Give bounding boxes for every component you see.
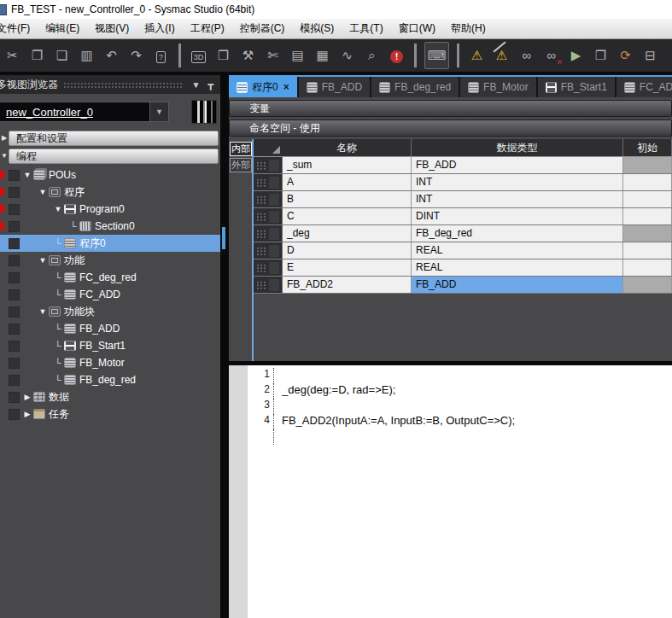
monitor-on-icon[interactable]: ∞ [514,43,539,68]
cell-type[interactable]: REAL [412,242,623,259]
data-trace-icon[interactable]: ∿ [335,43,359,68]
cascade-windows-icon[interactable]: ❒ [211,43,236,68]
row-handle[interactable] [254,157,283,173]
pin-icon[interactable]: ┳ [204,79,217,90]
cell-type[interactable]: DINT [412,208,623,224]
tree-checkbox[interactable] [9,324,20,335]
tree-checkbox[interactable] [9,238,20,249]
tree-item-programs[interactable]: ▼ 程序 [0,184,220,201]
tab-fb-add[interactable]: FB_ADD [299,77,371,97]
tree-item-data[interactable]: ▶ 数据 [0,388,220,405]
code-body[interactable]: 1 2 _deg(deg:=D, rad=>E); 3 4 FB_ADD2(In… [248,365,672,618]
tree-checkbox[interactable] [9,255,20,266]
build-icon[interactable]: ⚒ [236,43,260,68]
cell-type[interactable]: INT [412,191,623,207]
tab-external[interactable]: 外部 [230,158,252,172]
st-code-editor[interactable]: 1 2 _deg(deg:=D, rad=>E); 3 4 FB_ADD2(In… [229,365,672,618]
cell-initial[interactable] [623,174,672,190]
menu-view[interactable]: 视图(V) [87,19,137,38]
tab-fc-add[interactable]: FC_ADD [616,77,672,97]
variable-table-icon[interactable]: ▤ [285,43,310,68]
view-3d-icon[interactable]: 3D [186,43,211,68]
expander-icon[interactable]: ▼ [21,171,33,179]
tree-checkbox[interactable] [9,272,20,283]
watch-table-icon[interactable]: ▦ [310,43,335,68]
cell-initial[interactable] [623,259,672,276]
row-handle[interactable] [254,242,283,259]
cell-type[interactable]: FB_ADD [412,157,623,173]
tree-item-function-blocks[interactable]: ▼ 功能块 [0,303,220,320]
menu-simulation[interactable]: 模拟(S) [292,19,342,38]
cell-name[interactable]: _deg [283,225,412,242]
tree-item-fb-motor[interactable]: └ FB_Motor [0,354,220,371]
tree-checkbox[interactable] [9,289,20,300]
tree-item-pous[interactable]: ▼ POUs [0,166,220,184]
code-line[interactable]: 1 [248,368,672,383]
tree-item-functions[interactable]: ▼ 功能 [0,252,220,269]
tab-fb-deg-red[interactable]: FB_deg_red [371,77,460,97]
code-text[interactable]: _deg(deg:=D, rad=>E); [273,383,395,399]
abort-icon[interactable]: ! [384,43,409,68]
cell-initial[interactable] [623,191,672,207]
controller-status-icon[interactable]: ⊟ [638,43,663,68]
row-handle[interactable] [254,259,283,276]
chevron-down-icon[interactable]: ▼ [149,102,168,121]
tree-item-section0[interactable]: └ Section0 [0,218,220,235]
cut-icon[interactable]: ✂ [0,43,25,68]
synchronize-icon[interactable]: ⟳ [613,43,638,68]
cell-initial[interactable] [623,277,672,293]
section-config-label[interactable]: 配置和设置 [9,131,219,146]
cell-type[interactable]: FB_deg_red [412,225,623,242]
collapse-panel-icon[interactable]: ▼ [187,80,204,90]
code-text[interactable]: FB_ADD2(InputA:=A, InputB:=B, OutputC=>C… [273,414,515,429]
cell-initial[interactable] [623,157,672,173]
tree-checkbox[interactable] [9,375,20,386]
cell-name[interactable]: _sum [283,157,412,173]
tree-item-fc-deg-red[interactable]: └ FC_deg_red [0,269,220,286]
cell-type-selected[interactable]: FB_ADD [412,277,623,293]
cell-initial[interactable] [623,225,672,242]
controller-selector[interactable]: new_Controller_0 ▼ [0,102,169,122]
tree-checkbox[interactable] [9,306,20,318]
column-header-type[interactable]: 数据类型 [412,139,623,156]
tree-item-fb-deg-red[interactable]: └ FB_deg_red [0,371,220,388]
code-line[interactable]: 3 [248,399,672,414]
delete-icon[interactable]: ▥ [74,43,99,68]
expander-icon[interactable]: ▼ [37,307,49,316]
help-icon[interactable]: ? [149,43,173,68]
tree-item-fc-add[interactable]: └ FC_ADD [0,286,220,303]
expander-icon[interactable]: ▼ [52,205,64,213]
select-all-corner[interactable] [254,139,283,156]
tab-fb-motor[interactable]: FB_Motor [460,77,538,97]
code-text[interactable] [273,399,282,414]
tree-checkbox[interactable] [9,221,20,232]
code-line[interactable] [248,429,672,445]
expander-icon[interactable]: ▶ [21,410,33,418]
cell-name[interactable]: E [283,259,412,276]
row-handle[interactable] [254,277,283,293]
menu-file[interactable]: 文件(F) [0,19,38,38]
cell-name[interactable]: B [283,191,412,207]
tree-checkbox[interactable] [9,204,20,215]
tree-checkbox[interactable] [9,341,20,352]
cell-type[interactable]: REAL [412,259,623,276]
row-handle[interactable] [254,225,283,242]
tree-checkbox[interactable] [9,409,20,420]
redo-icon[interactable]: ↷ [124,43,149,68]
tree-item-st-program0[interactable]: └ 程序0 [0,235,220,252]
offline-warning-icon[interactable]: ⚠ [489,43,514,68]
cell-name[interactable]: A [283,174,412,190]
tab-internal[interactable]: 内部 [230,142,252,156]
cell-name[interactable]: FB_ADD2 [283,277,412,293]
compare-icon[interactable]: ❒ [588,43,613,68]
run-mode-icon[interactable]: ▶ [564,43,588,68]
code-line[interactable]: 2 _deg(deg:=D, rad=>E); [248,383,672,399]
splitter-handle[interactable] [222,227,225,249]
code-line[interactable]: 4 FB_ADD2(InputA:=A, InputB:=B, OutputC=… [248,414,672,429]
search-icon[interactable]: ⌕ [359,43,384,68]
row-handle[interactable] [254,191,283,207]
cell-type[interactable]: INT [412,174,623,190]
copy-icon[interactable]: ❐ [25,43,50,68]
menu-window[interactable]: 窗口(W) [391,19,443,38]
rebuild-icon[interactable]: ✄ [260,43,285,68]
